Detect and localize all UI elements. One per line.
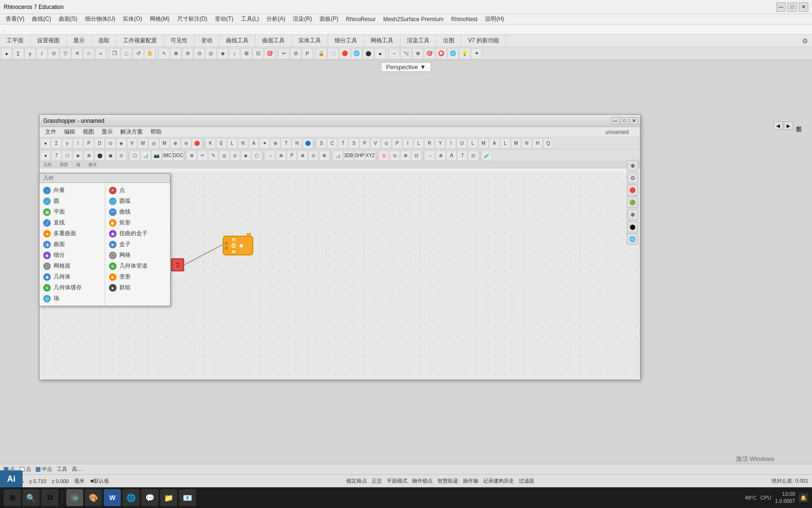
tb-btn-29[interactable]: 🔴	[339, 48, 351, 59]
tab-transform[interactable]: 变动	[195, 35, 219, 47]
gh-menu-help[interactable]: 帮助	[147, 127, 165, 137]
gh-tb1-btn-26[interactable]: S	[316, 138, 327, 149]
gh-tb1-btn-23[interactable]: T	[281, 138, 291, 149]
gh-tb2-btn-14[interactable]: ⊕	[187, 151, 197, 161]
tb-btn-18[interactable]: ◎	[205, 48, 217, 59]
gh-tb1-btn-10[interactable]: W	[138, 138, 148, 149]
taskbar-word-button[interactable]: W	[104, 489, 121, 506]
gh-tb1-btn-22[interactable]: ⊕	[270, 138, 281, 149]
snap-s8[interactable]: 过滤器	[519, 477, 534, 484]
gh-tb2-btn-31[interactable]: 🌸	[379, 151, 389, 161]
tb-btn-17[interactable]: ⊙	[194, 48, 205, 59]
tb-btn-3[interactable]: γ	[24, 48, 36, 59]
menu-curve[interactable]: 曲线(C)	[28, 14, 55, 24]
gh-tb1-btn-16[interactable]: K	[205, 138, 216, 149]
tb-btn-4[interactable]: /	[36, 48, 47, 59]
tb-btn-25[interactable]: ⊘	[290, 48, 301, 59]
menu-render[interactable]: 渲染(R)	[289, 14, 316, 24]
gh-tb2-btn-33[interactable]: ⊕	[400, 151, 411, 161]
gh-component-node[interactable]: M ⚙ M	[223, 236, 253, 255]
gh-tb1-btn-29[interactable]: S	[349, 138, 359, 149]
gh-red-component[interactable]	[171, 258, 184, 271]
gh-tb2-btn-38[interactable]: 7	[457, 151, 468, 161]
dropdown-item-group[interactable]: ◈ 群组	[105, 282, 171, 293]
gh-tb2-btn-40[interactable]: 🧪	[482, 151, 492, 161]
taskbar-notification-button[interactable]: 🔔	[799, 493, 808, 502]
taskbar-browser-button[interactable]: 🌐	[123, 489, 140, 506]
dropdown-item-geobody[interactable]: ◆ 几何体	[39, 271, 105, 282]
tb-btn-16[interactable]: ⊖	[182, 48, 193, 59]
gh-rt-btn-5[interactable]: ⊕	[627, 209, 638, 220]
gh-rt-btn-3[interactable]: 🔴	[627, 184, 638, 196]
tb-btn-30[interactable]: 🌐	[351, 48, 362, 59]
gh-tb1-btn-21[interactable]: ✦	[259, 138, 270, 149]
tb-btn-14[interactable]: ↖	[158, 48, 170, 59]
gh-tb1-btn-1[interactable]: ●	[40, 138, 51, 149]
menu-transform[interactable]: 变动(T)	[211, 14, 237, 24]
gh-tb2-btn-36[interactable]: ⊕	[436, 151, 446, 161]
gh-tb1-btn-31[interactable]: V	[370, 138, 381, 149]
dropdown-item-deform[interactable]: ◈ 变形	[105, 271, 171, 282]
gh-tb1-btn-20[interactable]: A	[249, 138, 259, 149]
gh-tb1-btn-24[interactable]: N	[292, 138, 302, 149]
dropdown-item-point[interactable]: ✕ 点	[105, 185, 171, 196]
gh-tb1-btn-13[interactable]: ⊕	[170, 138, 180, 149]
dropdown-item-box[interactable]: ◈ 盒子	[105, 239, 171, 250]
gh-tb2-btn-20[interactable]: ⬡	[251, 151, 262, 161]
taskbar-paint-button[interactable]: 🎨	[85, 489, 102, 506]
tb-btn-5[interactable]: ⊙	[48, 48, 59, 59]
gh-tb1-btn-14[interactable]: ⊖	[181, 138, 191, 149]
taskbar-chat-button[interactable]: 💬	[141, 489, 158, 506]
gh-tb1-btn-15[interactable]: 🔴	[192, 138, 202, 149]
gh-close-button[interactable]: ✕	[630, 117, 638, 125]
settings-icon[interactable]: ⚙	[802, 37, 808, 45]
tab-v7-new[interactable]: V7 的新功能	[461, 35, 506, 47]
tb-btn-31[interactable]: ⬤	[363, 48, 374, 59]
taskbar-folder-button[interactable]: 📁	[160, 489, 177, 506]
menu-solid[interactable]: 实体(O)	[119, 14, 146, 24]
tb-btn-19[interactable]: ◈	[217, 48, 228, 59]
gh-tb1-btn-34[interactable]: I	[403, 138, 413, 149]
gh-tb2-btn-26[interactable]: ⊕	[319, 151, 329, 161]
gh-tb1-btn-17[interactable]: E	[216, 138, 226, 149]
tb-btn-11[interactable]: □	[121, 48, 132, 59]
gh-tb2-btn-37[interactable]: A	[446, 151, 457, 161]
dropdown-item-meshface[interactable]: ⬡ 网格面	[39, 261, 105, 271]
menu-dim[interactable]: 尺寸标注(D)	[173, 14, 211, 24]
dropdown-item-curve[interactable]: 〜 曲线	[105, 206, 171, 217]
snap-more-label[interactable]: 高…	[72, 466, 82, 473]
gh-tb2-btn-25[interactable]: ⊙	[308, 151, 319, 161]
gh-tb2-btn-34[interactable]: ⊡	[411, 151, 422, 161]
gh-tb1-btn-6[interactable]: D	[94, 138, 105, 149]
menu-subd[interactable]: 细分物体(U)	[81, 14, 119, 24]
gh-tb2-btn-12[interactable]: IMC	[162, 151, 172, 161]
tb-btn-9[interactable]: ≈	[95, 48, 106, 59]
menu-surface[interactable]: 曲面(S)	[55, 14, 81, 24]
dropdown-item-vector[interactable]: → 向量	[39, 185, 105, 196]
gh-tb1-btn-12[interactable]: M	[159, 138, 170, 149]
menu-mesh[interactable]: 网格(M)	[146, 14, 173, 24]
gh-tb1-btn-36[interactable]: R	[424, 138, 435, 149]
tab-visibility[interactable]: 可见性	[164, 35, 195, 47]
gh-tb1-btn-7[interactable]: ⊙	[105, 138, 116, 149]
gh-tb1-btn-32[interactable]: ⊙	[381, 138, 391, 149]
nav-left-button[interactable]: ◀	[773, 121, 783, 130]
gh-menu-file[interactable]: 文件	[41, 127, 60, 137]
snap-s3[interactable]: 平面模式	[387, 477, 407, 484]
gh-tb2-btn-22[interactable]: ⊕	[276, 151, 286, 161]
dropdown-item-mesh[interactable]: ⬡ 网格	[105, 250, 171, 261]
gh-maximize-button[interactable]: □	[620, 117, 629, 125]
tb-btn-28[interactable]: ⚪	[328, 48, 339, 59]
tb-btn-40[interactable]: ✦	[471, 48, 482, 59]
gh-tb2-btn-3[interactable]: ⬡	[62, 151, 72, 161]
dropdown-item-arc[interactable]: ◌ 圆弧	[105, 196, 171, 206]
dropdown-item-twistedbox[interactable]: ◉ 扭曲的盒子	[105, 228, 171, 239]
tb-btn-15[interactable]: ⊕	[170, 48, 181, 59]
dropdown-item-surface[interactable]: ◑ 曲面	[39, 239, 105, 250]
menu-help[interactable]: 说明(H)	[481, 14, 508, 24]
gh-tb1-btn-8[interactable]: ◈	[116, 138, 126, 149]
menu-rhinonest[interactable]: RhinoNest	[447, 15, 481, 24]
gh-menu-edit[interactable]: 编辑	[60, 127, 79, 137]
tb-btn-33[interactable]: ~	[389, 48, 400, 59]
tb-btn-12[interactable]: ↺	[133, 48, 144, 59]
